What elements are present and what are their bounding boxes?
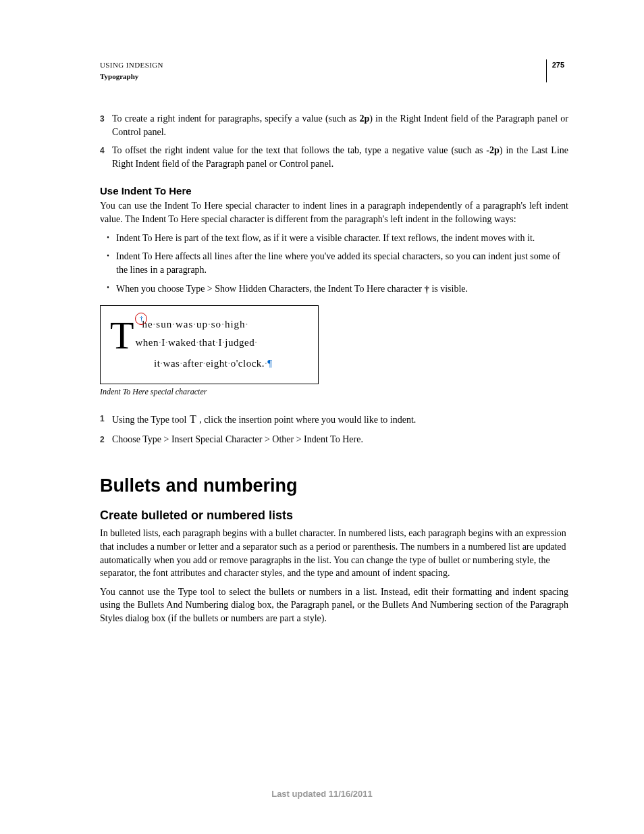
header-left: USING INDESIGN Typography: [100, 59, 163, 82]
step-marker: 1: [100, 412, 112, 425]
step-marker: 4: [100, 144, 112, 157]
list-item: 4 To offset the right indent value for t…: [100, 144, 568, 170]
figure-line: †he·sun·was·up·so·high·: [135, 319, 248, 330]
body-paragraph: You cannot use the Type tool to select t…: [100, 585, 568, 625]
step-text: Choose Type > Insert Special Character >…: [112, 433, 568, 446]
bullet-text: Indent To Here is part of the text flow,…: [116, 232, 568, 245]
bullet-text: Indent To Here affects all lines after t…: [116, 250, 568, 276]
page-number: 275: [546, 59, 568, 82]
dagger-icon: †: [424, 284, 429, 294]
list-item: 3 To create a right indent for paragraph…: [100, 112, 568, 138]
body-paragraph: In bulleted lists, each paragraph begins…: [100, 527, 568, 579]
doc-title: USING INDESIGN: [100, 59, 163, 71]
subsection-heading: Create bulleted or numbered lists: [100, 509, 568, 523]
body-paragraph: You can use the Indent To Here special c…: [100, 199, 568, 226]
list-item: • When you choose Type > Show Hidden Cha…: [100, 282, 568, 296]
bullet-icon: •: [100, 232, 116, 242]
document-page: USING INDESIGN Typography 275 3 To creat…: [0, 0, 644, 834]
section-label: Typography: [100, 71, 163, 82]
step-text: To offset the right indent value for the…: [112, 144, 568, 170]
subsection-heading: Use Indent To Here: [100, 185, 568, 197]
step-marker: 2: [100, 433, 112, 446]
list-item: 2 Choose Type > Insert Special Character…: [100, 433, 568, 446]
figure-caption: Indent To Here special character: [100, 387, 568, 397]
list-item: 1 Using the Type tool T , click the inse…: [100, 412, 568, 427]
list-item: • Indent To Here is part of the text flo…: [100, 232, 568, 245]
numbered-steps-top: 3 To create a right indent for paragraph…: [100, 112, 568, 170]
step-text: To create a right indent for paragraphs,…: [112, 112, 568, 138]
bullet-text: When you choose Type > Show Hidden Chara…: [116, 282, 568, 296]
page-footer: Last updated 11/16/2011: [0, 789, 644, 799]
page-header: USING INDESIGN Typography 275: [100, 59, 568, 82]
numbered-steps-bottom: 1 Using the Type tool T , click the inse…: [100, 412, 568, 446]
pilcrow-icon: ¶: [267, 358, 272, 369]
step-text: Using the Type tool T , click the insert…: [112, 412, 568, 427]
section-heading: Bullets and numbering: [100, 475, 568, 496]
figure-line: it·was·after·eight·o'clock.·¶: [154, 355, 310, 373]
figure-indent-to-here: T †he·sun·was·up·so·high· when·I·waked·t…: [100, 305, 319, 384]
bullet-icon: •: [100, 250, 116, 261]
drop-cap: T: [110, 315, 135, 350]
bullet-icon: •: [100, 282, 116, 292]
bullet-list: • Indent To Here is part of the text flo…: [100, 232, 568, 296]
list-item: • Indent To Here affects all lines after…: [100, 250, 568, 276]
type-tool-icon: T: [189, 413, 197, 425]
figure-line: when·I·waked·that·I·judged·: [135, 337, 257, 348]
step-marker: 3: [100, 112, 112, 125]
